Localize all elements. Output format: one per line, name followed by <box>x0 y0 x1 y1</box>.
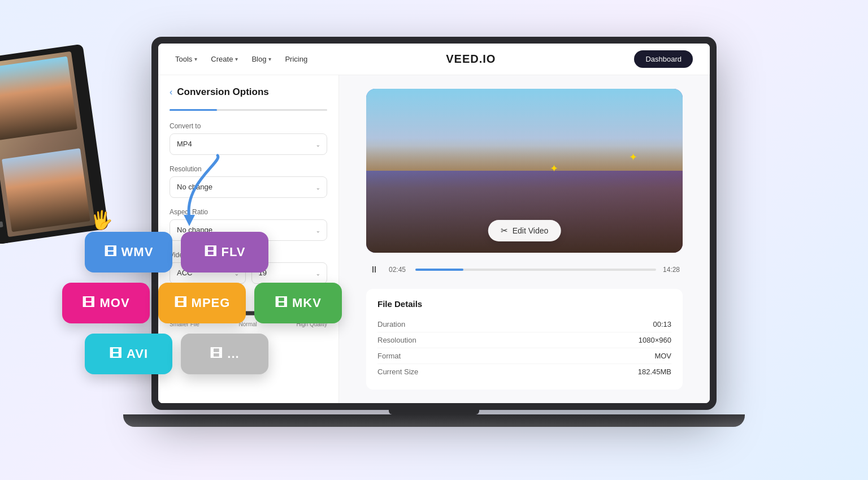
film-image-bottom <box>2 148 90 232</box>
scissors-icon: ✂ <box>501 226 508 236</box>
file-details-section: File Details Duration 00:13 Resoloution … <box>366 289 683 390</box>
video-thumbnail: ✦ ✦ ✂ Edit Video <box>366 89 683 253</box>
quality-value: 19 <box>319 295 327 304</box>
aspect-ratio-label: Aspect Ratio <box>170 208 327 216</box>
quality-label: Quality <box>170 294 190 302</box>
detail-value: 182.45MB <box>638 367 671 376</box>
aspect-ratio-group: Aspect Ratio No change 16:9 4:3 1:1 <box>170 208 327 241</box>
quality-range-labels: Smaller File Normal High Quality <box>170 321 327 327</box>
dashboard-button[interactable]: Dashboard <box>634 50 693 68</box>
quality-slider[interactable] <box>170 309 327 318</box>
nav-pricing[interactable]: Pricing <box>285 55 307 63</box>
sparkle-2: ✦ <box>629 151 637 163</box>
detail-key: Resoloution <box>377 336 416 344</box>
fps-select-wrapper: 19 24 30 <box>251 262 328 284</box>
film-strip <box>0 44 108 245</box>
laptop-screen-frame: Tools ▾ Create ▾ Blog ▾ Pricing <box>151 37 717 410</box>
nav-center: VEED.IO <box>307 53 634 66</box>
file-detail-rows: Duration 00:13 Resoloution 1080×960 Form… <box>377 317 671 379</box>
detail-key: Format <box>377 352 401 360</box>
left-panel: ‹ Conversion Options Convert to MP4 <box>158 75 339 403</box>
panel-header: ‹ Conversion Options <box>170 87 327 98</box>
file-detail-row: Format MOV <box>377 348 671 364</box>
laptop-screen: Tools ▾ Create ▾ Blog ▾ Pricing <box>158 44 710 403</box>
back-arrow-icon[interactable]: ‹ <box>170 87 172 97</box>
fps-select[interactable]: 19 24 30 <box>251 262 328 284</box>
tools-chevron-icon: ▾ <box>194 56 197 62</box>
panel-title: Conversion Options <box>177 87 268 98</box>
detail-key: Duration <box>377 320 405 328</box>
right-panel: ✦ ✦ ✂ Edit Video ⏸ 02:45 <box>339 75 710 403</box>
video-player-controls: ⏸ 02:45 14:28 <box>366 262 683 278</box>
aspect-ratio-select[interactable]: No change 16:9 4:3 1:1 <box>170 219 327 241</box>
detail-key: Current Size <box>377 367 418 376</box>
file-detail-row: Duration 00:13 <box>377 317 671 332</box>
nav-create[interactable]: Create ▾ <box>211 55 238 63</box>
edit-video-button[interactable]: ✂ Edit Video <box>488 220 561 241</box>
time-total: 14:28 <box>663 266 683 274</box>
video-progress-track[interactable] <box>415 269 656 271</box>
resolution-group: Resolution No change 720p 1080p <box>170 165 327 198</box>
quality-normal-label: Normal <box>239 321 257 327</box>
codec-label: Video Codec <box>170 251 327 259</box>
detail-value: MOV <box>654 352 671 360</box>
nav-tools[interactable]: Tools ▾ <box>175 55 197 63</box>
resolution-label: Resolution <box>170 165 327 173</box>
detail-value: 00:13 <box>653 320 671 328</box>
film-hole <box>0 221 3 228</box>
film-strip-holes-left <box>0 58 8 245</box>
codec-group: Video Codec ACC H.264 H.265 <box>170 251 327 284</box>
file-detail-row: Current Size 182.45MB <box>377 364 671 379</box>
laptop-notch <box>389 410 479 414</box>
film-image-top <box>0 57 77 140</box>
quality-max-label: High Quality <box>297 321 327 327</box>
progress-bar <box>170 109 327 111</box>
film-strip-holes-right <box>0 58 8 245</box>
time-current: 02:45 <box>389 266 409 274</box>
film-icon-wmv: 🎞 <box>104 245 117 260</box>
sparkle-1: ✦ <box>550 162 558 175</box>
film-icon-avi: 🎞 <box>109 347 122 361</box>
create-chevron-icon: ▾ <box>235 56 238 62</box>
file-details-title: File Details <box>377 299 671 309</box>
convert-to-group: Convert to MP4 WMV MOV AVI MKV <box>170 122 327 155</box>
nav-logo: VEED.IO <box>446 53 496 66</box>
codec-select-wrapper: ACC H.264 H.265 <box>170 262 246 284</box>
resolution-select[interactable]: No change 720p 1080p <box>170 176 327 198</box>
laptop-base <box>123 414 745 427</box>
progress-fill <box>170 109 217 111</box>
nav-right: Dashboard <box>634 50 693 68</box>
film-hole <box>0 221 3 228</box>
detail-value: 1080×960 <box>639 336 671 344</box>
convert-to-select-wrapper: MP4 WMV MOV AVI MKV <box>170 133 327 155</box>
quality-min-label: Smaller File <box>170 321 199 327</box>
laptop: Tools ▾ Create ▾ Blog ▾ Pricing <box>123 37 745 444</box>
codec-row: ACC H.264 H.265 19 24 30 <box>170 262 327 284</box>
film-icon-mov: 🎞 <box>82 296 95 310</box>
pause-button[interactable]: ⏸ <box>366 262 382 278</box>
nav-left: Tools ▾ Create ▾ Blog ▾ Pricing <box>175 55 307 63</box>
file-detail-row: Resoloution 1080×960 <box>377 332 671 348</box>
video-progress-played <box>415 269 463 271</box>
main-content: ‹ Conversion Options Convert to MP4 <box>158 75 710 403</box>
cursor-hand-icon: 🖐 <box>90 209 113 231</box>
quality-group: Quality 19 Smaller File Normal High Qual… <box>170 294 327 327</box>
navbar: Tools ▾ Create ▾ Blog ▾ Pricing <box>158 44 710 75</box>
nav-blog[interactable]: Blog ▾ <box>251 55 271 63</box>
page-wrapper: Tools ▾ Create ▾ Blog ▾ Pricing <box>0 0 868 480</box>
convert-to-label: Convert to <box>170 122 327 130</box>
codec-select[interactable]: ACC H.264 H.265 <box>170 262 246 284</box>
video-preview-container: ✦ ✦ ✂ Edit Video ⏸ 02:45 <box>366 89 683 390</box>
convert-to-select[interactable]: MP4 WMV MOV AVI MKV <box>170 133 327 155</box>
blog-chevron-icon: ▾ <box>268 56 271 62</box>
film-image <box>0 51 96 237</box>
resolution-select-wrapper: No change 720p 1080p <box>170 176 327 198</box>
aspect-ratio-select-wrapper: No change 16:9 4:3 1:1 <box>170 219 327 241</box>
